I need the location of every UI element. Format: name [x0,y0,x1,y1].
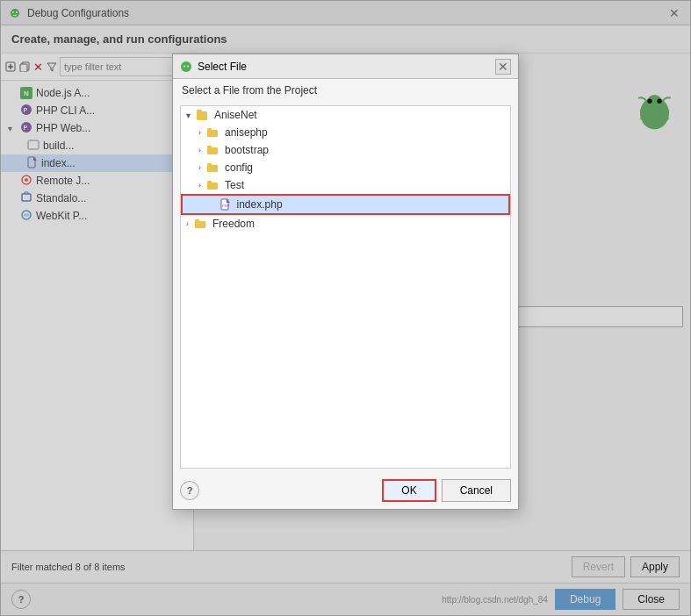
select-file-dialog: Select File ✕ Select a File from the Pro… [172,54,519,510]
folder-icon [206,162,219,173]
modal-tree-item-label: bootstrap [225,144,269,156]
php-file-icon: PHP [220,198,231,211]
folder-icon [206,127,219,138]
modal-tree: ▾ AniseNet › anisephp [180,105,511,469]
svg-rect-24 [197,110,202,112]
project-icon [196,109,208,121]
modal-title: Select File [198,61,247,73]
modal-tree-item-label: index.php [237,198,283,211]
svg-point-20 [181,61,191,72]
svg-rect-27 [207,147,218,154]
folder-icon [206,180,219,190]
modal-footer-buttons: OK Cancel [382,479,511,502]
modal-titlebar-left: Select File [180,61,247,73]
modal-tree-item-freedom[interactable]: › Freedom [181,215,510,233]
svg-rect-36 [195,219,199,222]
svg-rect-31 [207,183,218,190]
modal-cancel-button[interactable]: Cancel [442,479,511,502]
modal-tree-item-label: AniseNet [214,109,257,121]
modal-tree-item-bootstrap[interactable]: › bootstrap [181,141,510,159]
chevron-right-icon: › [198,163,201,172]
svg-rect-32 [207,181,212,183]
svg-rect-35 [195,221,205,228]
folder-icon [194,218,206,229]
svg-rect-29 [207,165,218,172]
modal-overlay: Select File ✕ Select a File from the Pro… [1,1,690,615]
modal-subtitle-text: Select a File from the Project [182,84,317,97]
modal-tree-item-anisenet[interactable]: ▾ AniseNet [181,106,510,124]
chevron-down-icon: ▾ [186,111,191,120]
chevron-right-icon: › [198,181,201,190]
svg-rect-25 [207,130,218,137]
spacer [212,200,215,209]
svg-point-22 [187,65,189,67]
chevron-right-icon: › [186,219,189,228]
main-window: Debug Configurations ✕ Create, manage, a… [0,0,691,616]
svg-point-21 [184,65,185,67]
folder-icon [206,145,219,155]
svg-rect-30 [207,163,212,166]
modal-close-button[interactable]: ✕ [495,59,511,75]
svg-text:PHP: PHP [222,204,230,208]
svg-rect-28 [207,146,212,148]
modal-ok-button[interactable]: OK [382,479,435,502]
svg-rect-26 [207,128,212,131]
modal-footer: ? OK Cancel [173,472,518,509]
modal-titlebar: Select File ✕ [173,54,518,79]
modal-tree-item-anisephp[interactable]: › anisephp [181,124,510,141]
modal-tree-item-label: Freedom [212,218,255,230]
modal-title-icon [180,61,192,73]
chevron-right-icon: › [198,146,201,154]
modal-tree-item-indexphp[interactable]: PHP index.php [181,194,510,215]
modal-tree-item-label: anisephp [225,126,268,139]
modal-tree-item-config[interactable]: › config [181,159,510,176]
modal-tree-item-label: config [225,161,253,174]
modal-tree-item-test[interactable]: › Test [181,176,510,194]
modal-help-button[interactable]: ? [180,481,199,500]
svg-rect-23 [197,111,207,120]
modal-subtitle: Select a File from the Project [173,79,518,102]
modal-tree-item-label: Test [225,179,244,191]
chevron-right-icon: › [198,128,201,137]
